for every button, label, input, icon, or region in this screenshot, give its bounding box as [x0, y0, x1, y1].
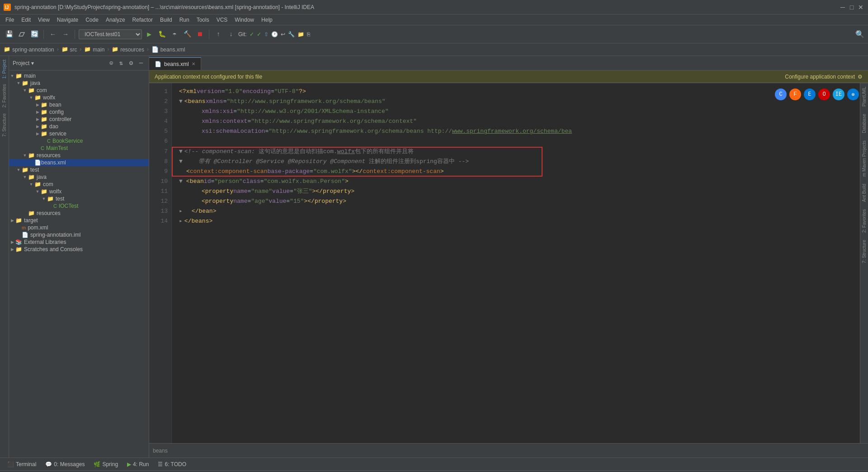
tree-resources[interactable]: ▼ 📁 resources — [9, 152, 149, 159]
structure-panel[interactable]: 7: Structure — [861, 238, 868, 265]
tree-ioctest[interactable]: C IOCTest — [9, 202, 149, 210]
menu-file[interactable]: File — [2, 16, 18, 24]
git-copy[interactable]: ⎘ — [307, 31, 310, 37]
sidebar-locate-button[interactable]: ⊙ — [107, 59, 115, 67]
close-button[interactable]: ✕ — [857, 4, 864, 11]
git-check1[interactable]: ✓ — [250, 31, 254, 37]
tree-test-wolfx[interactable]: ▼ 📁 wolfx — [9, 188, 149, 195]
breadcrumb-resources[interactable]: resources — [120, 47, 144, 53]
git-folder[interactable]: 📁 — [297, 31, 304, 37]
global-search-button[interactable]: 🔍 — [855, 30, 864, 39]
tree-test-resources[interactable]: 📁 resources — [9, 210, 149, 217]
chrome-icon[interactable]: C — [775, 89, 787, 100]
run-btn[interactable]: ▶ 4: Run — [123, 459, 152, 469]
tree-iml[interactable]: 📄 spring-annotation.iml — [9, 231, 149, 238]
menu-tools[interactable]: Tools — [193, 16, 213, 24]
edge-icon[interactable]: E — [804, 89, 816, 100]
tree-test-java[interactable]: ▼ 📁 java — [9, 173, 149, 181]
git-wrench[interactable]: 🔧 — [288, 31, 295, 37]
plant-uml-panel[interactable]: PlantUML — [861, 85, 868, 108]
tree-dao[interactable]: ▶ 📁 dao — [9, 123, 149, 130]
open-button[interactable] — [16, 29, 27, 40]
debug-button[interactable]: 🐛 — [156, 29, 167, 40]
project-vtab[interactable]: 1: Project — [1, 58, 8, 80]
database-panel[interactable]: Database — [861, 112, 868, 135]
new-file-button[interactable]: 💾 — [4, 29, 14, 40]
menu-analyze[interactable]: Analyze — [102, 16, 129, 24]
spring-btn[interactable]: 🌿 Spring — [90, 459, 122, 469]
tree-java[interactable]: ▼ 📁 java — [9, 79, 149, 87]
tree-service[interactable]: ▶ 📁 service — [9, 130, 149, 137]
tree-main[interactable]: ▼ 📁 main — [9, 72, 149, 79]
menu-help[interactable]: Help — [258, 16, 276, 24]
git-history[interactable]: 🕐 — [271, 31, 278, 37]
tree-controller[interactable]: ▶ 📁 controller — [9, 116, 149, 123]
opera-icon[interactable]: O — [818, 89, 830, 100]
menu-run[interactable]: Run — [176, 16, 193, 24]
maven-panel[interactable]: m Maven Projects — [861, 139, 868, 178]
coverage-button[interactable]: ☂ — [169, 29, 180, 40]
tree-maintest[interactable]: C MainTest — [9, 145, 149, 152]
tab-close-button[interactable]: ✕ — [192, 61, 195, 66]
scratches-label: Scratches and Consoles — [24, 246, 83, 252]
run-config-dropdown[interactable]: IOCTest.test01 — [79, 29, 142, 39]
messages-btn[interactable]: 💬 0: Messages — [42, 459, 88, 469]
menu-refactor[interactable]: Refactor — [129, 16, 156, 24]
sidebar-collapse-button[interactable]: ⇅ — [117, 59, 125, 67]
tree-scratches[interactable]: ▶ 📁 Scratches and Consoles — [9, 246, 149, 253]
tree-arrow-main: ▼ — [9, 74, 15, 78]
tree-pom[interactable]: m pom.xml — [9, 224, 149, 231]
tree-wolfx[interactable]: ▼ 📁 wolfx — [9, 94, 149, 101]
firefox-icon[interactable]: F — [789, 89, 801, 100]
todo-btn[interactable]: ☰ 6: TODO — [154, 459, 190, 469]
git-revert[interactable]: ↩ — [281, 31, 285, 37]
up-button[interactable]: ↑ — [213, 29, 224, 40]
configure-link[interactable]: Configure application context ⚙ — [785, 74, 863, 80]
code-content[interactable]: <?xml version="1.0" encoding="UTF-8"?> ▼… — [172, 83, 860, 443]
terminal-btn[interactable]: ⬛ Terminal — [4, 459, 40, 469]
sync-button[interactable]: 🔄 — [29, 29, 40, 40]
code-editor[interactable]: C F E O IE ⊕ 1 2 3 4 5 6 7 8 9 10 11 12 … — [149, 83, 868, 443]
build-button[interactable]: 🔨 — [182, 29, 193, 40]
favorites-vtab[interactable]: 2: Favorites — [1, 82, 8, 109]
minimize-button[interactable]: ─ — [839, 4, 846, 11]
breadcrumb-src[interactable]: src — [70, 47, 77, 53]
breadcrumb-main[interactable]: main — [93, 47, 104, 53]
down-button[interactable]: ↓ — [226, 29, 236, 40]
tree-target[interactable]: ▶ 📁 target — [9, 217, 149, 224]
menu-view[interactable]: View — [34, 16, 53, 24]
tree-bookservice[interactable]: C BookService — [9, 137, 149, 145]
tree-config[interactable]: ▶ 📁 config — [9, 108, 149, 116]
ie-icon[interactable]: IE — [833, 89, 844, 100]
tree-test-com[interactable]: ▼ 📁 com — [9, 181, 149, 188]
menu-vcs[interactable]: VCS — [213, 16, 231, 24]
tree-bean[interactable]: ▶ 📁 bean — [9, 101, 149, 108]
menu-build[interactable]: Build — [156, 16, 176, 24]
sidebar-settings-button[interactable]: ⚙ — [127, 59, 135, 67]
sidebar-minimize-button[interactable]: ─ — [137, 59, 145, 67]
structure-vtab[interactable]: 7: Structure — [1, 112, 8, 139]
tree-test[interactable]: ▼ 📁 test — [9, 166, 149, 173]
menu-window[interactable]: Window — [231, 16, 258, 24]
run-button[interactable]: ▶ — [144, 29, 155, 40]
back-button[interactable]: ← — [47, 29, 58, 40]
ant-panel[interactable]: Ant Build — [861, 182, 868, 204]
menu-navigate[interactable]: Navigate — [53, 16, 82, 24]
forward-button[interactable]: → — [60, 29, 71, 40]
tree-test-test[interactable]: ▼ 📁 test — [9, 195, 149, 202]
tree-com[interactable]: ▼ 📁 com — [9, 87, 149, 94]
window-controls[interactable]: ─ □ ✕ — [839, 4, 864, 11]
edge2-icon[interactable]: ⊕ — [847, 89, 859, 100]
tree-beans-xml[interactable]: 📄 beans.xml — [9, 159, 149, 166]
tab-beans-xml[interactable]: 📄 beans.xml ✕ — [149, 57, 201, 70]
git-check2[interactable]: ✓ — [257, 31, 261, 37]
breadcrumb-spring-annotation[interactable]: spring-annotation — [12, 47, 54, 53]
maximize-button[interactable]: □ — [848, 4, 855, 11]
favorites-panel[interactable]: 2: Favorites — [861, 207, 868, 234]
git-push[interactable]: ⇧ — [264, 31, 269, 37]
stop-button[interactable]: ⏹ — [194, 29, 205, 40]
menu-code[interactable]: Code — [82, 16, 102, 24]
breadcrumb-beans-xml[interactable]: beans.xml — [160, 47, 185, 53]
menu-edit[interactable]: Edit — [18, 16, 34, 24]
tree-extlib[interactable]: ▶ 📚 External Libraries — [9, 238, 149, 246]
